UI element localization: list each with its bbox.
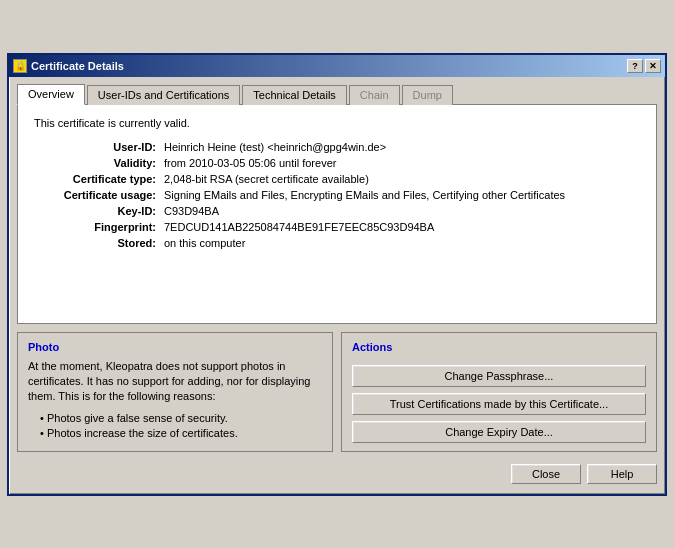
value-validity: from 2010-03-05 05:06 until forever	[164, 157, 640, 169]
title-buttons: ? ✕	[627, 59, 661, 73]
cert-row-type: Certificate type: 2,048-bit RSA (secret …	[34, 173, 640, 185]
trust-certifications-button[interactable]: Trust Certifications made by this Certif…	[352, 393, 646, 415]
label-usage: Certificate usage:	[34, 189, 164, 201]
title-bar: 🔒 Certificate Details ? ✕	[9, 55, 665, 77]
change-expiry-button[interactable]: Change Expiry Date...	[352, 421, 646, 443]
cert-row-usage: Certificate usage: Signing EMails and Fi…	[34, 189, 640, 201]
tab-chain[interactable]: Chain	[349, 85, 400, 105]
value-usage: Signing EMails and Files, Encrypting EMa…	[164, 189, 640, 201]
tab-content-overview: This certificate is currently valid. Use…	[17, 104, 657, 324]
certificate-details-window: 🔒 Certificate Details ? ✕ Overview User-…	[7, 53, 667, 496]
bullet-2: • Photos increase the size of certificat…	[40, 426, 322, 441]
cert-row-fingerprint: Fingerprint: 7EDCUD141AB225084744BE91FE7…	[34, 221, 640, 233]
help-button[interactable]: ?	[627, 59, 643, 73]
cert-row-keyid: Key-ID: C93D94BA	[34, 205, 640, 217]
tab-dump[interactable]: Dump	[402, 85, 453, 105]
photo-bullets: • Photos give a false sense of security.…	[40, 411, 322, 442]
value-userid: Heinrich Heine (test) <heinrich@gpg4win.…	[164, 141, 640, 153]
label-userid: User-ID:	[34, 141, 164, 153]
close-title-button[interactable]: ✕	[645, 59, 661, 73]
bottom-section: Photo At the moment, Kleopatra does not …	[17, 332, 657, 452]
bullet-1: • Photos give a false sense of security.	[40, 411, 322, 426]
tab-overview[interactable]: Overview	[17, 84, 85, 105]
cert-table: User-ID: Heinrich Heine (test) <heinrich…	[34, 141, 640, 249]
window-title: Certificate Details	[31, 60, 124, 72]
cert-row-stored: Stored: on this computer	[34, 237, 640, 249]
close-button[interactable]: Close	[511, 464, 581, 484]
label-keyid: Key-ID:	[34, 205, 164, 217]
label-fingerprint: Fingerprint:	[34, 221, 164, 233]
tab-bar: Overview User-IDs and Certifications Tec…	[17, 83, 657, 104]
value-fingerprint: 7EDCUD141AB225084744BE91FE7EEC85C93D94BA	[164, 221, 640, 233]
label-stored: Stored:	[34, 237, 164, 249]
photo-description: At the moment, Kleopatra does not suppor…	[28, 359, 322, 405]
actions-panel-title: Actions	[352, 341, 646, 353]
photo-panel-title: Photo	[28, 341, 322, 353]
photo-panel: Photo At the moment, Kleopatra does not …	[17, 332, 333, 452]
title-bar-left: 🔒 Certificate Details	[13, 59, 124, 73]
footer: Close Help	[17, 460, 657, 486]
change-passphrase-button[interactable]: Change Passphrase...	[352, 365, 646, 387]
cert-row-validity: Validity: from 2010-03-05 05:06 until fo…	[34, 157, 640, 169]
actions-panel: Actions Change Passphrase... Trust Certi…	[341, 332, 657, 452]
label-type: Certificate type:	[34, 173, 164, 185]
window-content: Overview User-IDs and Certifications Tec…	[9, 77, 665, 494]
value-keyid: C93D94BA	[164, 205, 640, 217]
tab-userids[interactable]: User-IDs and Certifications	[87, 85, 240, 105]
window-icon: 🔒	[13, 59, 27, 73]
cert-row-userid: User-ID: Heinrich Heine (test) <heinrich…	[34, 141, 640, 153]
value-type: 2,048-bit RSA (secret certificate availa…	[164, 173, 640, 185]
tab-technical[interactable]: Technical Details	[242, 85, 347, 105]
label-validity: Validity:	[34, 157, 164, 169]
value-stored: on this computer	[164, 237, 640, 249]
help-footer-button[interactable]: Help	[587, 464, 657, 484]
cert-valid-text: This certificate is currently valid.	[34, 117, 640, 129]
